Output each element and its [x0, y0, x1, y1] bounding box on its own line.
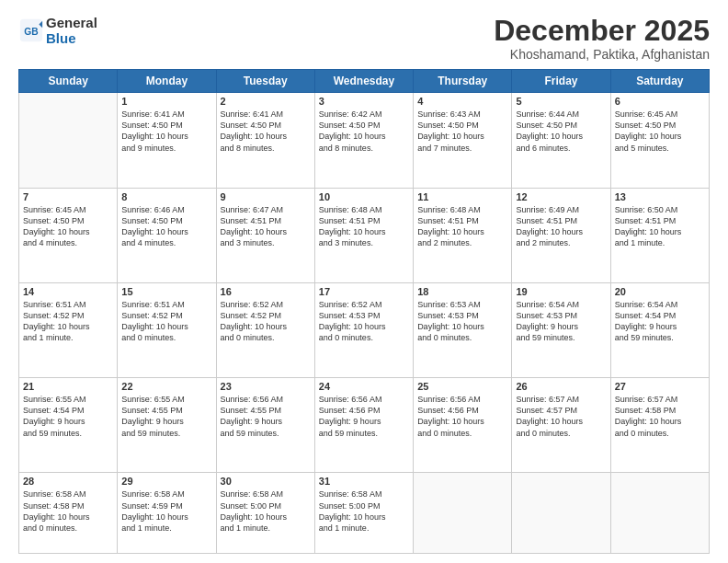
- calendar-col-header: Wednesday: [314, 70, 413, 93]
- calendar-day-cell: 11Sunrise: 6:48 AMSunset: 4:51 PMDayligh…: [414, 188, 512, 282]
- calendar-day-cell: 22Sunrise: 6:55 AMSunset: 4:55 PMDayligh…: [118, 378, 216, 473]
- day-info: Sunrise: 6:56 AMSunset: 4:56 PMDaylight:…: [417, 394, 507, 439]
- day-info: Sunrise: 6:52 AMSunset: 4:53 PMDaylight:…: [319, 299, 409, 344]
- calendar-day-cell: 1Sunrise: 6:41 AMSunset: 4:50 PMDaylight…: [118, 93, 216, 188]
- day-number: 9: [221, 191, 311, 202]
- calendar-day-cell: 7Sunrise: 6:45 AMSunset: 4:50 PMDaylight…: [19, 188, 118, 282]
- day-info: Sunrise: 6:52 AMSunset: 4:52 PMDaylight:…: [221, 299, 311, 344]
- logo: GB General Blue: [18, 15, 97, 47]
- day-info: Sunrise: 6:42 AMSunset: 4:50 PMDaylight:…: [319, 109, 409, 154]
- calendar-day-cell: 13Sunrise: 6:50 AMSunset: 4:51 PMDayligh…: [610, 188, 709, 282]
- day-number: 2: [221, 96, 311, 107]
- calendar-day-cell: 19Sunrise: 6:54 AMSunset: 4:53 PMDayligh…: [512, 282, 610, 377]
- calendar-day-cell: [414, 473, 512, 554]
- calendar-day-cell: 27Sunrise: 6:57 AMSunset: 4:58 PMDayligh…: [610, 378, 709, 473]
- calendar-day-cell: 28Sunrise: 6:58 AMSunset: 4:58 PMDayligh…: [19, 473, 118, 554]
- calendar-day-cell: 14Sunrise: 6:51 AMSunset: 4:52 PMDayligh…: [19, 282, 118, 377]
- day-number: 21: [23, 381, 113, 392]
- day-number: 25: [417, 381, 507, 392]
- day-number: 1: [121, 96, 211, 107]
- day-number: 22: [121, 381, 211, 392]
- day-number: 10: [319, 191, 409, 202]
- day-number: 3: [319, 96, 409, 107]
- calendar-week-row: 1Sunrise: 6:41 AMSunset: 4:50 PMDaylight…: [19, 93, 710, 188]
- calendar-week-row: 7Sunrise: 6:45 AMSunset: 4:50 PMDaylight…: [19, 188, 710, 282]
- day-info: Sunrise: 6:57 AMSunset: 4:57 PMDaylight:…: [516, 394, 606, 439]
- day-number: 19: [516, 286, 606, 297]
- header: GB General Blue December 2025 Khoshamand…: [18, 15, 710, 62]
- calendar-day-cell: 18Sunrise: 6:53 AMSunset: 4:53 PMDayligh…: [414, 282, 512, 377]
- day-number: 8: [121, 191, 211, 202]
- calendar-day-cell: 21Sunrise: 6:55 AMSunset: 4:54 PMDayligh…: [19, 378, 118, 473]
- calendar-day-cell: 26Sunrise: 6:57 AMSunset: 4:57 PMDayligh…: [512, 378, 610, 473]
- day-number: 13: [615, 191, 705, 202]
- calendar-day-cell: [610, 473, 709, 554]
- day-info: Sunrise: 6:54 AMSunset: 4:53 PMDaylight:…: [516, 299, 606, 344]
- day-number: 12: [516, 191, 606, 202]
- calendar-day-cell: 30Sunrise: 6:58 AMSunset: 5:00 PMDayligh…: [216, 473, 314, 554]
- day-info: Sunrise: 6:45 AMSunset: 4:50 PMDaylight:…: [23, 204, 113, 249]
- day-info: Sunrise: 6:53 AMSunset: 4:53 PMDaylight:…: [417, 299, 507, 344]
- calendar-week-row: 14Sunrise: 6:51 AMSunset: 4:52 PMDayligh…: [19, 282, 710, 377]
- calendar-col-header: Saturday: [610, 70, 709, 93]
- day-number: 28: [23, 476, 113, 487]
- calendar-day-cell: 29Sunrise: 6:58 AMSunset: 4:59 PMDayligh…: [118, 473, 216, 554]
- calendar-col-header: Monday: [118, 70, 216, 93]
- calendar-day-cell: 2Sunrise: 6:41 AMSunset: 4:50 PMDaylight…: [216, 93, 314, 188]
- calendar-header-row: SundayMondayTuesdayWednesdayThursdayFrid…: [19, 70, 710, 93]
- calendar-day-cell: [512, 473, 610, 554]
- svg-text:GB: GB: [24, 27, 38, 37]
- day-info: Sunrise: 6:55 AMSunset: 4:55 PMDaylight:…: [121, 394, 211, 439]
- location: Khoshamand, Paktika, Afghanistan: [494, 47, 710, 62]
- calendar-day-cell: 16Sunrise: 6:52 AMSunset: 4:52 PMDayligh…: [216, 282, 314, 377]
- day-number: 6: [615, 96, 705, 107]
- day-info: Sunrise: 6:44 AMSunset: 4:50 PMDaylight:…: [516, 109, 606, 154]
- calendar-col-header: Tuesday: [216, 70, 314, 93]
- calendar-day-cell: 25Sunrise: 6:56 AMSunset: 4:56 PMDayligh…: [414, 378, 512, 473]
- calendar-day-cell: 10Sunrise: 6:48 AMSunset: 4:51 PMDayligh…: [314, 188, 413, 282]
- calendar-day-cell: 6Sunrise: 6:45 AMSunset: 4:50 PMDaylight…: [610, 93, 709, 188]
- calendar-table: SundayMondayTuesdayWednesdayThursdayFrid…: [18, 69, 710, 554]
- day-number: 5: [516, 96, 606, 107]
- calendar-week-row: 21Sunrise: 6:55 AMSunset: 4:54 PMDayligh…: [19, 378, 710, 473]
- day-info: Sunrise: 6:46 AMSunset: 4:50 PMDaylight:…: [121, 204, 211, 249]
- calendar-day-cell: 12Sunrise: 6:49 AMSunset: 4:51 PMDayligh…: [512, 188, 610, 282]
- day-info: Sunrise: 6:49 AMSunset: 4:51 PMDaylight:…: [516, 204, 606, 249]
- day-info: Sunrise: 6:48 AMSunset: 4:51 PMDaylight:…: [319, 204, 409, 249]
- day-number: 23: [221, 381, 311, 392]
- day-number: 29: [121, 476, 211, 487]
- calendar-day-cell: 23Sunrise: 6:56 AMSunset: 4:55 PMDayligh…: [216, 378, 314, 473]
- calendar-day-cell: 4Sunrise: 6:43 AMSunset: 4:50 PMDaylight…: [414, 93, 512, 188]
- day-info: Sunrise: 6:47 AMSunset: 4:51 PMDaylight:…: [221, 204, 311, 249]
- day-info: Sunrise: 6:58 AMSunset: 5:00 PMDaylight:…: [319, 488, 409, 534]
- calendar-day-cell: 31Sunrise: 6:58 AMSunset: 5:00 PMDayligh…: [314, 473, 413, 554]
- calendar-col-header: Thursday: [414, 70, 512, 93]
- day-info: Sunrise: 6:51 AMSunset: 4:52 PMDaylight:…: [121, 299, 211, 344]
- calendar-day-cell: 20Sunrise: 6:54 AMSunset: 4:54 PMDayligh…: [610, 282, 709, 377]
- calendar-day-cell: 15Sunrise: 6:51 AMSunset: 4:52 PMDayligh…: [118, 282, 216, 377]
- day-number: 11: [417, 191, 507, 202]
- title-block: December 2025 Khoshamand, Paktika, Afgha…: [494, 15, 710, 62]
- calendar-day-cell: 5Sunrise: 6:44 AMSunset: 4:50 PMDaylight…: [512, 93, 610, 188]
- day-number: 24: [319, 381, 409, 392]
- day-number: 20: [615, 286, 705, 297]
- day-info: Sunrise: 6:45 AMSunset: 4:50 PMDaylight:…: [615, 109, 705, 154]
- day-info: Sunrise: 6:50 AMSunset: 4:51 PMDaylight:…: [615, 204, 705, 249]
- calendar-day-cell: 8Sunrise: 6:46 AMSunset: 4:50 PMDaylight…: [118, 188, 216, 282]
- day-info: Sunrise: 6:56 AMSunset: 4:55 PMDaylight:…: [221, 394, 311, 439]
- day-info: Sunrise: 6:58 AMSunset: 5:00 PMDaylight:…: [221, 488, 311, 534]
- calendar-day-cell: 24Sunrise: 6:56 AMSunset: 4:56 PMDayligh…: [314, 378, 413, 473]
- day-number: 14: [23, 286, 113, 297]
- calendar-week-row: 28Sunrise: 6:58 AMSunset: 4:58 PMDayligh…: [19, 473, 710, 554]
- calendar-day-cell: 9Sunrise: 6:47 AMSunset: 4:51 PMDaylight…: [216, 188, 314, 282]
- day-info: Sunrise: 6:41 AMSunset: 4:50 PMDaylight:…: [221, 109, 311, 154]
- day-number: 4: [417, 96, 507, 107]
- day-number: 27: [615, 381, 705, 392]
- month-title: December 2025: [494, 15, 710, 47]
- day-info: Sunrise: 6:58 AMSunset: 4:58 PMDaylight:…: [23, 488, 113, 534]
- day-info: Sunrise: 6:57 AMSunset: 4:58 PMDaylight:…: [615, 394, 705, 439]
- logo-line2: Blue: [46, 30, 97, 46]
- day-number: 18: [417, 286, 507, 297]
- calendar-col-header: Friday: [512, 70, 610, 93]
- calendar-col-header: Sunday: [19, 70, 118, 93]
